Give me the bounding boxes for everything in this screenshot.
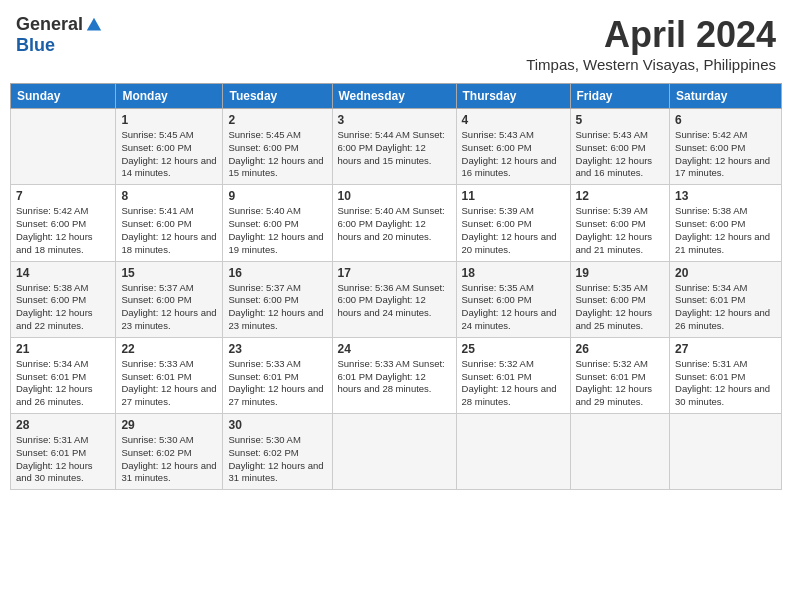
day-info: Sunrise: 5:40 AM Sunset: 6:00 PM Dayligh… xyxy=(228,205,326,256)
calendar-cell xyxy=(456,414,570,490)
day-number: 30 xyxy=(228,418,326,432)
calendar-cell: 27Sunrise: 5:31 AM Sunset: 6:01 PM Dayli… xyxy=(670,337,782,413)
day-number: 18 xyxy=(462,266,565,280)
calendar-cell: 21Sunrise: 5:34 AM Sunset: 6:01 PM Dayli… xyxy=(11,337,116,413)
day-number: 16 xyxy=(228,266,326,280)
calendar-cell: 19Sunrise: 5:35 AM Sunset: 6:00 PM Dayli… xyxy=(570,261,670,337)
day-number: 10 xyxy=(338,189,451,203)
calendar-cell: 2Sunrise: 5:45 AM Sunset: 6:00 PM Daylig… xyxy=(223,109,332,185)
day-number: 14 xyxy=(16,266,110,280)
day-number: 5 xyxy=(576,113,665,127)
day-number: 11 xyxy=(462,189,565,203)
day-number: 15 xyxy=(121,266,217,280)
calendar-cell: 13Sunrise: 5:38 AM Sunset: 6:00 PM Dayli… xyxy=(670,185,782,261)
day-number: 8 xyxy=(121,189,217,203)
day-number: 22 xyxy=(121,342,217,356)
calendar-cell: 18Sunrise: 5:35 AM Sunset: 6:00 PM Dayli… xyxy=(456,261,570,337)
calendar-cell: 3Sunrise: 5:44 AM Sunset: 6:00 PM Daylig… xyxy=(332,109,456,185)
subtitle: Timpas, Western Visayas, Philippines xyxy=(526,56,776,73)
week-row-1: 1Sunrise: 5:45 AM Sunset: 6:00 PM Daylig… xyxy=(11,109,782,185)
day-number: 24 xyxy=(338,342,451,356)
calendar-cell: 25Sunrise: 5:32 AM Sunset: 6:01 PM Dayli… xyxy=(456,337,570,413)
calendar-cell: 4Sunrise: 5:43 AM Sunset: 6:00 PM Daylig… xyxy=(456,109,570,185)
day-info: Sunrise: 5:39 AM Sunset: 6:00 PM Dayligh… xyxy=(576,205,665,256)
week-row-3: 14Sunrise: 5:38 AM Sunset: 6:00 PM Dayli… xyxy=(11,261,782,337)
calendar-cell: 28Sunrise: 5:31 AM Sunset: 6:01 PM Dayli… xyxy=(11,414,116,490)
week-row-2: 7Sunrise: 5:42 AM Sunset: 6:00 PM Daylig… xyxy=(11,185,782,261)
day-number: 28 xyxy=(16,418,110,432)
day-info: Sunrise: 5:34 AM Sunset: 6:01 PM Dayligh… xyxy=(675,282,776,333)
day-number: 13 xyxy=(675,189,776,203)
day-info: Sunrise: 5:30 AM Sunset: 6:02 PM Dayligh… xyxy=(121,434,217,485)
day-info: Sunrise: 5:33 AM Sunset: 6:01 PM Dayligh… xyxy=(121,358,217,409)
day-info: Sunrise: 5:42 AM Sunset: 6:00 PM Dayligh… xyxy=(675,129,776,180)
day-info: Sunrise: 5:37 AM Sunset: 6:00 PM Dayligh… xyxy=(228,282,326,333)
day-info: Sunrise: 5:32 AM Sunset: 6:01 PM Dayligh… xyxy=(462,358,565,409)
day-info: Sunrise: 5:39 AM Sunset: 6:00 PM Dayligh… xyxy=(462,205,565,256)
day-info: Sunrise: 5:33 AM Sunset: 6:01 PM Dayligh… xyxy=(338,358,451,396)
day-info: Sunrise: 5:32 AM Sunset: 6:01 PM Dayligh… xyxy=(576,358,665,409)
calendar-cell: 1Sunrise: 5:45 AM Sunset: 6:00 PM Daylig… xyxy=(116,109,223,185)
column-header-friday: Friday xyxy=(570,84,670,109)
day-info: Sunrise: 5:36 AM Sunset: 6:00 PM Dayligh… xyxy=(338,282,451,320)
week-row-5: 28Sunrise: 5:31 AM Sunset: 6:01 PM Dayli… xyxy=(11,414,782,490)
day-number: 1 xyxy=(121,113,217,127)
day-info: Sunrise: 5:42 AM Sunset: 6:00 PM Dayligh… xyxy=(16,205,110,256)
column-header-tuesday: Tuesday xyxy=(223,84,332,109)
calendar-cell: 16Sunrise: 5:37 AM Sunset: 6:00 PM Dayli… xyxy=(223,261,332,337)
day-number: 19 xyxy=(576,266,665,280)
day-number: 20 xyxy=(675,266,776,280)
calendar-cell: 23Sunrise: 5:33 AM Sunset: 6:01 PM Dayli… xyxy=(223,337,332,413)
column-header-wednesday: Wednesday xyxy=(332,84,456,109)
day-info: Sunrise: 5:31 AM Sunset: 6:01 PM Dayligh… xyxy=(16,434,110,485)
column-header-monday: Monday xyxy=(116,84,223,109)
day-number: 9 xyxy=(228,189,326,203)
calendar-cell: 8Sunrise: 5:41 AM Sunset: 6:00 PM Daylig… xyxy=(116,185,223,261)
day-info: Sunrise: 5:31 AM Sunset: 6:01 PM Dayligh… xyxy=(675,358,776,409)
day-number: 7 xyxy=(16,189,110,203)
day-info: Sunrise: 5:34 AM Sunset: 6:01 PM Dayligh… xyxy=(16,358,110,409)
logo-icon xyxy=(85,16,103,34)
calendar-cell: 9Sunrise: 5:40 AM Sunset: 6:00 PM Daylig… xyxy=(223,185,332,261)
calendar-cell xyxy=(570,414,670,490)
day-info: Sunrise: 5:43 AM Sunset: 6:00 PM Dayligh… xyxy=(576,129,665,180)
day-info: Sunrise: 5:40 AM Sunset: 6:00 PM Dayligh… xyxy=(338,205,451,243)
calendar-header-row: SundayMondayTuesdayWednesdayThursdayFrid… xyxy=(11,84,782,109)
calendar-cell: 12Sunrise: 5:39 AM Sunset: 6:00 PM Dayli… xyxy=(570,185,670,261)
calendar-table: SundayMondayTuesdayWednesdayThursdayFrid… xyxy=(10,83,782,490)
logo-general-text: General xyxy=(16,14,83,35)
column-header-saturday: Saturday xyxy=(670,84,782,109)
column-header-thursday: Thursday xyxy=(456,84,570,109)
day-number: 3 xyxy=(338,113,451,127)
day-info: Sunrise: 5:38 AM Sunset: 6:00 PM Dayligh… xyxy=(675,205,776,256)
day-info: Sunrise: 5:30 AM Sunset: 6:02 PM Dayligh… xyxy=(228,434,326,485)
calendar-cell: 15Sunrise: 5:37 AM Sunset: 6:00 PM Dayli… xyxy=(116,261,223,337)
calendar-cell: 7Sunrise: 5:42 AM Sunset: 6:00 PM Daylig… xyxy=(11,185,116,261)
calendar-cell: 22Sunrise: 5:33 AM Sunset: 6:01 PM Dayli… xyxy=(116,337,223,413)
calendar-cell: 17Sunrise: 5:36 AM Sunset: 6:00 PM Dayli… xyxy=(332,261,456,337)
calendar-cell: 14Sunrise: 5:38 AM Sunset: 6:00 PM Dayli… xyxy=(11,261,116,337)
day-number: 17 xyxy=(338,266,451,280)
calendar-cell: 24Sunrise: 5:33 AM Sunset: 6:01 PM Dayli… xyxy=(332,337,456,413)
day-info: Sunrise: 5:43 AM Sunset: 6:00 PM Dayligh… xyxy=(462,129,565,180)
day-number: 26 xyxy=(576,342,665,356)
calendar-cell: 11Sunrise: 5:39 AM Sunset: 6:00 PM Dayli… xyxy=(456,185,570,261)
calendar-cell: 5Sunrise: 5:43 AM Sunset: 6:00 PM Daylig… xyxy=(570,109,670,185)
main-title: April 2024 xyxy=(526,14,776,56)
calendar-cell: 30Sunrise: 5:30 AM Sunset: 6:02 PM Dayli… xyxy=(223,414,332,490)
calendar-cell: 20Sunrise: 5:34 AM Sunset: 6:01 PM Dayli… xyxy=(670,261,782,337)
day-info: Sunrise: 5:45 AM Sunset: 6:00 PM Dayligh… xyxy=(228,129,326,180)
week-row-4: 21Sunrise: 5:34 AM Sunset: 6:01 PM Dayli… xyxy=(11,337,782,413)
calendar-cell xyxy=(332,414,456,490)
day-number: 25 xyxy=(462,342,565,356)
day-info: Sunrise: 5:41 AM Sunset: 6:00 PM Dayligh… xyxy=(121,205,217,256)
calendar-cell: 26Sunrise: 5:32 AM Sunset: 6:01 PM Dayli… xyxy=(570,337,670,413)
column-header-sunday: Sunday xyxy=(11,84,116,109)
logo: General Blue xyxy=(16,14,103,56)
calendar-cell: 10Sunrise: 5:40 AM Sunset: 6:00 PM Dayli… xyxy=(332,185,456,261)
day-number: 23 xyxy=(228,342,326,356)
title-block: April 2024 Timpas, Western Visayas, Phil… xyxy=(526,14,776,73)
day-number: 12 xyxy=(576,189,665,203)
day-number: 2 xyxy=(228,113,326,127)
calendar-cell: 29Sunrise: 5:30 AM Sunset: 6:02 PM Dayli… xyxy=(116,414,223,490)
